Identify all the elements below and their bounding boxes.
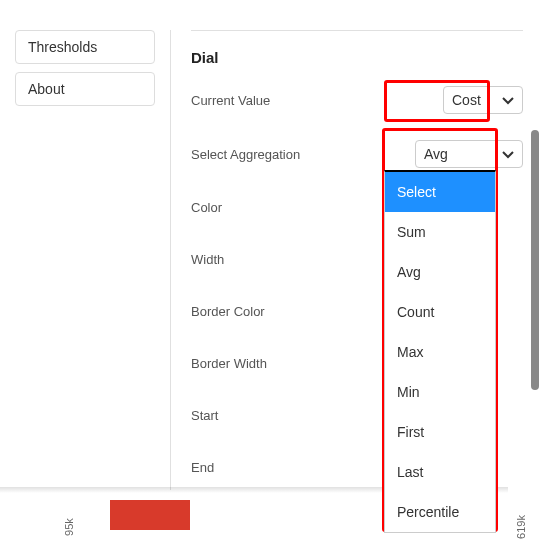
chart-bar	[110, 500, 190, 530]
label-border-color: Border Color	[191, 304, 265, 319]
label-end: End	[191, 460, 214, 475]
label-width: Width	[191, 252, 224, 267]
dropdown-option-avg[interactable]: Avg	[385, 252, 495, 292]
sidebar-item-thresholds[interactable]: Thresholds	[15, 30, 155, 64]
dropdown-option-first[interactable]: First	[385, 412, 495, 452]
sidebar-item-label: About	[28, 81, 65, 97]
dropdown-option-count[interactable]: Count	[385, 292, 495, 332]
row-current-value: Current Value Cost	[191, 86, 523, 114]
select-current-value[interactable]: Cost	[443, 86, 523, 114]
dropdown-option-min[interactable]: Min	[385, 372, 495, 412]
chevron-down-icon	[502, 92, 514, 108]
label-border-width: Border Width	[191, 356, 267, 371]
label-color: Color	[191, 200, 222, 215]
scrollbar-thumb[interactable]	[531, 130, 539, 390]
label-select-aggregation: Select Aggregation	[191, 147, 300, 162]
dropdown-option-percentile[interactable]: Percentile	[385, 492, 495, 532]
horizontal-divider	[191, 30, 523, 31]
row-select-aggregation: Select Aggregation Avg	[191, 140, 523, 168]
dropdown-option-last[interactable]: Last	[385, 452, 495, 492]
sidebar: Thresholds About	[0, 30, 170, 490]
label-current-value: Current Value	[191, 93, 270, 108]
dropdown-option-max[interactable]: Max	[385, 332, 495, 372]
chart-axis-right: 619k	[515, 515, 527, 539]
select-value: Cost	[452, 92, 481, 108]
select-value: Avg	[424, 146, 448, 162]
chart-axis-left: 95k	[63, 518, 75, 536]
select-aggregation[interactable]: Avg	[415, 140, 523, 168]
dropdown-option-sum[interactable]: Sum	[385, 212, 495, 252]
section-title: Dial	[191, 49, 523, 66]
scrollbar[interactable]	[531, 130, 539, 390]
label-start: Start	[191, 408, 218, 423]
dropdown-option-select[interactable]: Select	[385, 172, 495, 212]
sidebar-item-about[interactable]: About	[15, 72, 155, 106]
chevron-down-icon	[502, 146, 514, 162]
sidebar-item-label: Thresholds	[28, 39, 97, 55]
aggregation-dropdown: Select Sum Avg Count Max Min First Last …	[384, 170, 496, 533]
